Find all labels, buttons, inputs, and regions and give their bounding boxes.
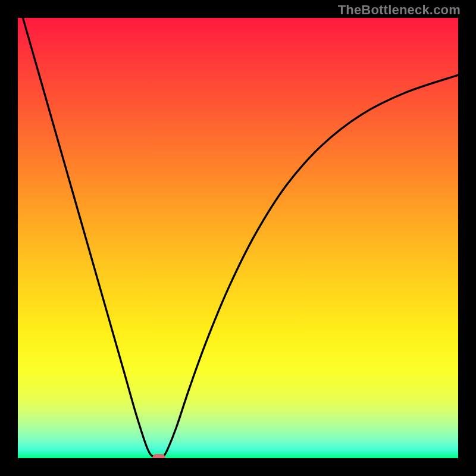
chart-frame: TheBottleneck.com — [0, 0, 476, 476]
watermark-text: TheBottleneck.com — [338, 2, 461, 18]
bottleneck-curve — [18, 18, 458, 458]
optimal-marker — [152, 454, 165, 458]
curve-svg — [18, 18, 458, 458]
plot-area — [18, 18, 458, 458]
